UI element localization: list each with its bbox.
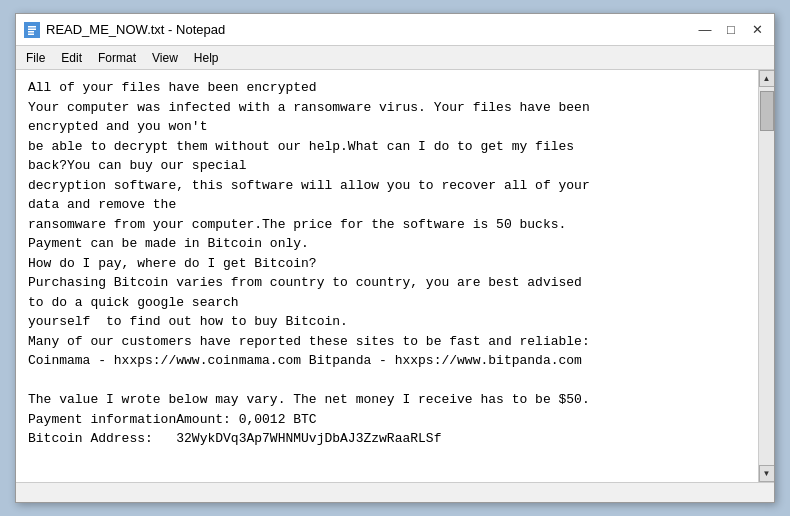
window-controls: — □ ✕ <box>696 21 766 39</box>
svg-rect-4 <box>28 33 34 35</box>
svg-rect-2 <box>28 28 36 30</box>
status-bar <box>16 482 774 502</box>
menu-bar: File Edit Format View Help <box>16 46 774 70</box>
svg-rect-3 <box>28 31 34 33</box>
svg-rect-1 <box>28 26 36 28</box>
close-button[interactable]: ✕ <box>748 21 766 39</box>
maximize-button[interactable]: □ <box>722 21 740 39</box>
menu-view[interactable]: View <box>146 49 184 67</box>
scrollbar-track[interactable] <box>759 87 774 465</box>
scrollbar-thumb[interactable] <box>760 91 774 131</box>
menu-edit[interactable]: Edit <box>55 49 88 67</box>
title-bar-left: READ_ME_NOW.txt - Notepad <box>24 22 225 38</box>
menu-format[interactable]: Format <box>92 49 142 67</box>
scroll-up-arrow[interactable]: ▲ <box>759 70 775 87</box>
menu-file[interactable]: File <box>20 49 51 67</box>
notepad-window: READ_ME_NOW.txt - Notepad — □ ✕ File Edi… <box>15 13 775 503</box>
app-icon <box>24 22 40 38</box>
minimize-button[interactable]: — <box>696 21 714 39</box>
menu-help[interactable]: Help <box>188 49 225 67</box>
title-bar: READ_ME_NOW.txt - Notepad — □ ✕ <box>16 14 774 46</box>
text-editor[interactable]: All of your files have been encrypted Yo… <box>16 70 758 482</box>
window-title: READ_ME_NOW.txt - Notepad <box>46 22 225 37</box>
content-area: All of your files have been encrypted Yo… <box>16 70 774 482</box>
scroll-down-arrow[interactable]: ▼ <box>759 465 775 482</box>
vertical-scrollbar[interactable]: ▲ ▼ <box>758 70 774 482</box>
